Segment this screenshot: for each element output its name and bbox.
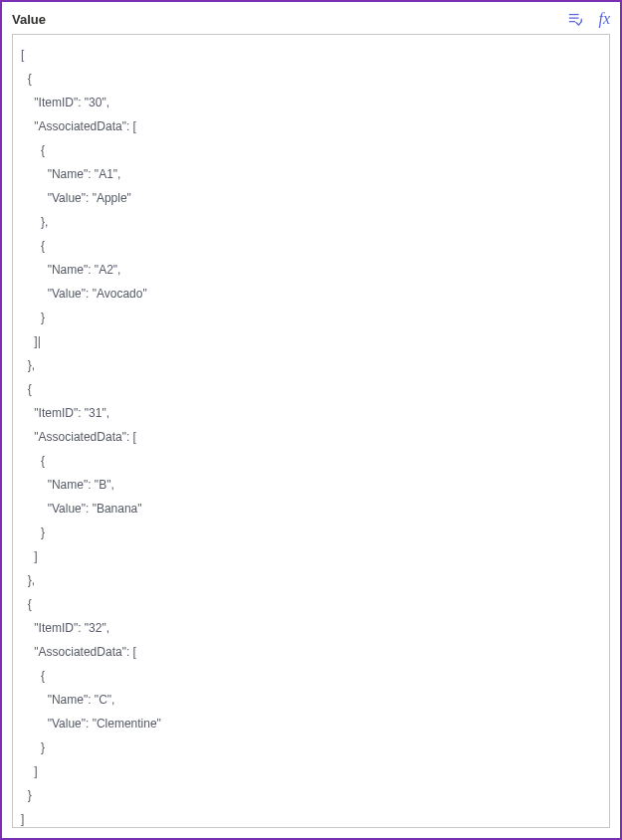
- value-card: Value fx [ { "ItemID": "30", "Associated…: [0, 0, 622, 840]
- card-header: Value fx: [12, 8, 610, 30]
- field-label: Value: [12, 12, 46, 27]
- refresh-data-icon[interactable]: [566, 10, 584, 28]
- header-toolbar: fx: [566, 10, 610, 28]
- fx-icon[interactable]: fx: [598, 11, 610, 27]
- code-editor[interactable]: [ { "ItemID": "30", "AssociatedData": [ …: [12, 34, 610, 828]
- code-text: [ { "ItemID": "30", "AssociatedData": [ …: [21, 43, 601, 828]
